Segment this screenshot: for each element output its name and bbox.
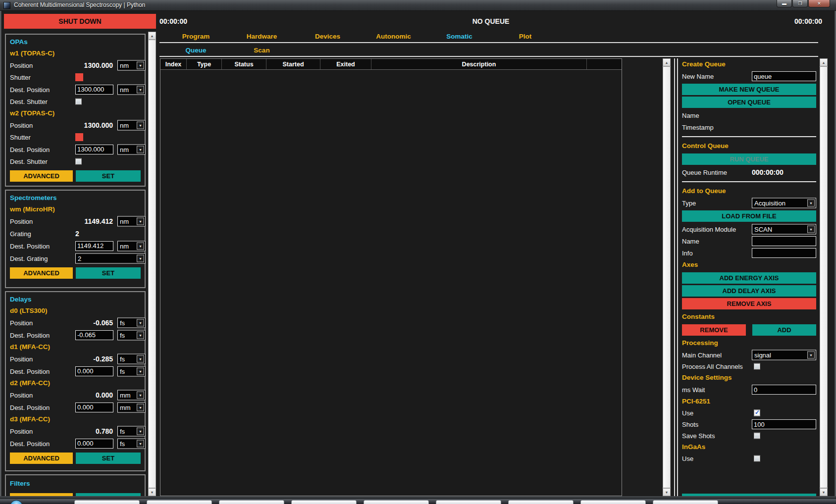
dest-shutter-checkbox[interactable] [75,99,82,105]
set-button[interactable]: SET [76,453,141,464]
scroll-down-icon[interactable]: ▼ [663,488,671,496]
dest-position-input[interactable] [75,330,113,340]
dropdown-arrow-icon[interactable] [137,61,144,69]
acq-name-input[interactable] [752,236,816,246]
open-queue-button[interactable]: OPEN QUEUE [682,97,816,108]
dest-position-input[interactable] [75,366,113,376]
set-button[interactable]: SET [76,267,141,279]
tab-hardware[interactable]: Hardware [229,31,295,42]
dropdown-arrow-icon[interactable] [807,352,815,359]
acq-info-input[interactable] [752,248,816,258]
dest-grating-dropdown[interactable]: 2 [75,253,146,263]
process-all-channels-checkbox[interactable] [754,363,760,370]
save-shots-checkbox[interactable] [754,433,760,439]
tab-queue[interactable]: Queue [163,45,229,56]
scroll-down-icon[interactable]: ▼ [148,488,156,496]
tab-somatic[interactable]: Somatic [426,31,492,42]
taskbar-button[interactable] [653,500,718,504]
position-units-dropdown[interactable]: fs [117,353,146,364]
dropdown-arrow-icon[interactable] [137,355,144,362]
tab-autonomic[interactable]: Autonomic [361,31,426,42]
taskbar-button[interactable] [436,500,501,504]
ms-wait-input[interactable] [752,385,816,395]
taskbar-button[interactable] [291,500,357,504]
dropdown-arrow-icon[interactable] [137,367,144,375]
taskbar-button[interactable] [364,500,429,504]
dest-position-input[interactable] [75,145,113,154]
shots-input[interactable] [752,419,816,429]
tab-program[interactable]: Program [163,31,229,42]
dest-position-input[interactable] [75,403,113,412]
run-queue-button[interactable]: RUN QUEUE [682,153,816,165]
add-energy-axis-button[interactable]: ADD ENERGY AXIS [682,272,816,284]
taskbar-button[interactable] [219,500,284,504]
dropdown-arrow-icon[interactable] [807,226,815,233]
make-new-queue-button[interactable]: MAKE NEW QUEUE [682,84,816,95]
tab-plot[interactable]: Plot [492,31,558,42]
dropdown-arrow-icon[interactable] [137,121,144,129]
dropdown-arrow-icon[interactable] [807,200,815,207]
dest-position-input[interactable] [75,85,113,95]
dropdown-arrow-icon[interactable] [137,403,144,411]
position-units-dropdown[interactable]: fs [117,317,146,328]
tab-devices[interactable]: Devices [295,31,361,42]
load-from-file-button[interactable]: LOAD FROM FILE [682,210,816,222]
advanced-button[interactable]: ADVANCED [10,170,73,182]
scroll-up-icon[interactable]: ▲ [820,58,828,66]
scroll-down-icon[interactable]: ▼ [820,488,828,496]
dest-position-input[interactable] [75,241,113,251]
taskbar-button[interactable] [74,500,140,504]
position-units-dropdown[interactable]: nm [117,216,146,226]
dropdown-arrow-icon[interactable] [137,331,144,339]
panel-splitter[interactable] [674,58,678,496]
taskbar-button[interactable] [580,500,646,504]
position-units-dropdown[interactable]: mm [117,390,146,400]
dest-position-input[interactable] [75,439,113,449]
position-units-dropdown[interactable]: nm [117,60,146,70]
remove-constant-button[interactable]: REMOVE [682,324,746,336]
dropdown-arrow-icon[interactable] [137,242,144,250]
dest-units-dropdown[interactable]: mm [117,402,146,412]
dropdown-arrow-icon[interactable] [137,217,144,225]
taskbar-button[interactable] [508,500,574,504]
scroll-up-icon[interactable]: ▲ [148,32,156,40]
dropdown-arrow-icon[interactable] [137,86,144,93]
add-delay-axis-button[interactable]: ADD DELAY AXIS [682,285,816,297]
dest-units-dropdown[interactable]: fs [117,330,146,340]
dest-units-dropdown[interactable]: nm [117,241,146,251]
shut-down-button[interactable]: SHUT DOWN [4,14,156,29]
dropdown-arrow-icon[interactable] [137,391,144,399]
dropdown-arrow-icon[interactable] [137,440,144,447]
dropdown-arrow-icon[interactable] [137,319,144,326]
advanced-button[interactable]: ADVANCED [10,453,73,464]
scroll-up-icon[interactable]: ▲ [663,58,671,66]
restore-button[interactable]: ❐ [792,0,808,7]
dest-shutter-checkbox[interactable] [75,158,82,165]
dropdown-arrow-icon[interactable] [137,146,144,153]
scrollbar-thumb[interactable] [148,40,156,488]
tab-scan[interactable]: Scan [229,45,295,56]
remove-axis-button[interactable]: REMOVE AXIS [682,298,816,309]
pci-use-checkbox[interactable] [754,410,760,416]
dest-units-dropdown[interactable]: fs [117,366,146,376]
scrollbar-thumb[interactable] [663,66,671,488]
dropdown-arrow-icon[interactable] [137,254,144,262]
taskbar-button[interactable] [147,500,212,504]
titlebar[interactable]: Coherent Multidimensional Spectroscopy |… [0,0,836,11]
type-dropdown[interactable]: Acquisition [752,198,816,208]
ingaas-use-checkbox[interactable] [754,455,760,462]
new-name-input[interactable] [752,71,816,81]
dest-units-dropdown[interactable]: nm [117,84,146,95]
position-units-dropdown[interactable]: fs [117,426,146,436]
close-button[interactable]: ✕ [808,0,830,7]
start-orb-icon[interactable] [10,500,23,504]
dropdown-arrow-icon[interactable] [137,427,144,435]
advanced-button[interactable]: ADVANCED [10,267,73,279]
add-constant-button[interactable]: ADD [752,324,816,336]
position-units-dropdown[interactable]: nm [117,120,146,130]
acquisition-module-dropdown[interactable]: SCAN [752,224,816,235]
main-channel-dropdown[interactable]: signal [752,350,816,360]
minimize-button[interactable]: ▬ [777,0,792,7]
dest-units-dropdown[interactable]: nm [117,144,146,154]
scrollbar-thumb[interactable] [820,66,828,488]
